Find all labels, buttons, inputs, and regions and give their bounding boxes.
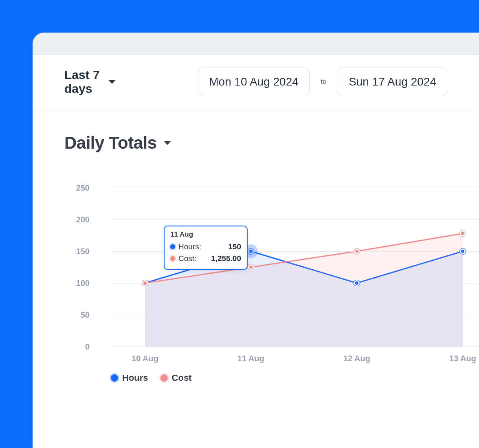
- x-tick-label: 11 Aug: [237, 354, 264, 363]
- legend-dot-hours-icon: [111, 374, 118, 382]
- legend-label-cost: Cost: [172, 373, 192, 383]
- tooltip-value: 1,255.00: [211, 253, 241, 264]
- y-tick-label: 250: [57, 183, 90, 193]
- legend-label-hours: Hours: [122, 373, 148, 383]
- y-tick-label: 200: [57, 215, 90, 224]
- legend-item-cost[interactable]: Cost: [160, 373, 192, 383]
- date-range-label: Last 7 days: [64, 68, 103, 96]
- date-to-input[interactable]: Sun 17 Aug 2024: [338, 68, 447, 96]
- data-point-cost[interactable]: [354, 248, 360, 254]
- tooltip-value: 150: [228, 241, 241, 253]
- chevron-down-icon: [164, 141, 171, 145]
- y-tick-label: 0: [57, 342, 90, 351]
- data-point-cost[interactable]: [460, 231, 466, 236]
- gridline: [111, 188, 479, 188]
- chart-tooltip: 11 Aug Hours: 150 Cost: 1,255.00: [164, 226, 248, 270]
- data-point-cost[interactable]: [142, 280, 148, 286]
- y-tick-label: 100: [57, 279, 90, 288]
- chart-legend: Hours Cost: [111, 373, 191, 383]
- app-panel: Last 7 days Mon 10 Aug 2024 to Sun 17 Au…: [33, 33, 479, 448]
- gridline: [111, 347, 479, 347]
- legend-item-hours[interactable]: Hours: [111, 373, 148, 383]
- tooltip-label: Hours:: [178, 241, 201, 253]
- date-range-dropdown[interactable]: Last 7 days: [64, 68, 116, 96]
- x-tick-label: 13 Aug: [449, 354, 476, 363]
- tooltip-row: Hours: 150: [170, 241, 241, 253]
- tooltip-label: Cost:: [178, 253, 196, 264]
- dot-hours-icon: [170, 244, 175, 249]
- content-area: Daily Totals 050100150200250 10 Aug11 Au…: [33, 110, 479, 153]
- plot-area: 10 Aug11 Aug12 Aug13 Aug11 Aug Hours: 15…: [111, 188, 479, 347]
- date-to-label: to: [321, 78, 326, 86]
- tooltip-row: Cost: 1,255.00: [170, 253, 241, 264]
- data-point-hours[interactable]: [354, 280, 360, 286]
- gridline: [111, 220, 479, 220]
- section-title-text: Daily Totals: [64, 133, 157, 153]
- date-from-input[interactable]: Mon 10 Aug 2024: [198, 68, 310, 96]
- data-point-hours[interactable]: [460, 248, 466, 254]
- legend-dot-cost-icon: [160, 374, 168, 382]
- x-tick-label: 12 Aug: [343, 354, 370, 363]
- y-tick-label: 150: [57, 247, 90, 256]
- dot-cost-icon: [170, 256, 175, 261]
- header-bar: Last 7 days Mon 10 Aug 2024 to Sun 17 Au…: [33, 55, 479, 110]
- data-point-cost[interactable]: [248, 264, 254, 270]
- chevron-down-icon: [108, 80, 116, 84]
- gridline: [111, 315, 479, 315]
- tooltip-title: 11 Aug: [170, 231, 241, 239]
- y-axis: 050100150200250: [59, 188, 99, 347]
- x-tick-label: 10 Aug: [132, 354, 158, 363]
- section-title-dropdown[interactable]: Daily Totals: [64, 133, 479, 153]
- window-titlebar: [33, 33, 479, 55]
- y-tick-label: 50: [57, 310, 90, 320]
- gridline: [111, 283, 479, 283]
